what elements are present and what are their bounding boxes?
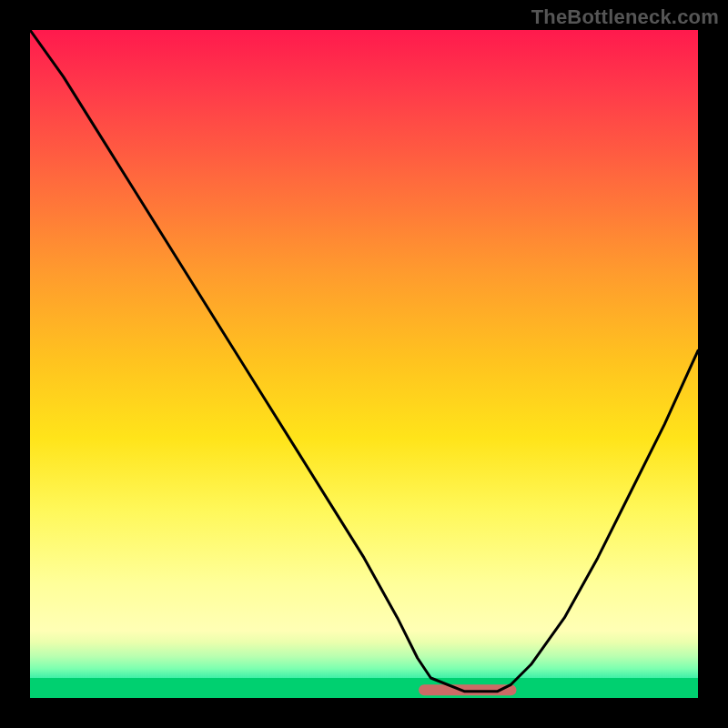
- bottleneck-curve: [30, 30, 698, 692]
- stage: TheBottleneck.com: [0, 0, 728, 728]
- chart-area: [30, 30, 698, 698]
- watermark-text: TheBottleneck.com: [531, 5, 719, 29]
- chart-svg: [30, 30, 698, 698]
